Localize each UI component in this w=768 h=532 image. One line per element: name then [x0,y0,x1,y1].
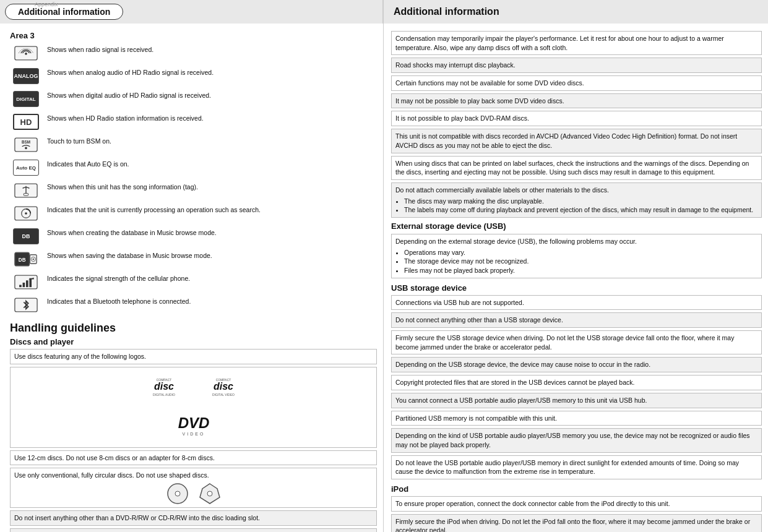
usb-title: USB storage device [391,283,762,293]
dvd-logo: DVD VIDEO [166,411,222,439]
usb-block-1: Do not connect anything other than a USB… [391,312,762,328]
svg-rect-18 [26,280,28,287]
bsm-icon: BSM [10,137,42,153]
radio-icon [10,45,42,61]
usb-block-8: Do not leave the USB portable audio play… [391,455,762,479]
svg-point-31 [207,491,212,496]
condensation-block: Condensation may temporarily impair the … [391,31,762,55]
ext-bullet-0: Operations may vary. [404,248,757,257]
analog-icon: ANALOG [10,68,42,84]
disc-bullet-list: The discs may warp making the disc unpla… [404,197,757,215]
db2-icon: DB [10,251,42,267]
avchd-block: This unit is not compatible with discs r… [391,129,762,153]
commercially-available-block: Do not attach commercially available lab… [391,182,762,218]
right-panel: Condensation may temporarily impair the … [384,24,768,532]
usb-block-0: Connections via USB hub are not supporte… [391,295,762,311]
right-header-title: Additional information [394,6,499,17]
svg-point-1 [25,53,27,55]
road-shocks-block: Road shocks may interrupt disc playback. [391,58,762,73]
icon-row-autoeq: Auto EQ Indicates that Auto EQ is on. [10,160,377,179]
disc-rule-0: Use 12-cm discs. Do not use 8-cm discs o… [10,450,377,466]
bluetooth-icon [10,297,42,313]
autoeq-icon: Auto EQ [10,160,42,176]
signal-desc: Indicates the signal strength of the cel… [47,274,377,283]
svg-text:disc: disc [153,381,173,392]
svg-text:DB: DB [19,257,26,263]
dvd-logo-area: DVD VIDEO [14,411,373,439]
svg-rect-16 [19,285,22,288]
svg-text:disc: disc [213,381,233,392]
icon-row-digital: DIGITAL Shows when digital audio of HD R… [10,91,377,111]
processing-icon [10,205,42,221]
disc-logos: COMPACT disc DIGITAL AUDIO COMPACT disc … [14,375,373,406]
autoeq-desc: Indicates that Auto EQ is on. [47,160,377,168]
tag-icon [10,182,42,199]
tag-desc: Shows when this unit has the song inform… [47,182,377,191]
usb-block-3: Depending on the USB storage device, the… [391,357,762,372]
svg-point-14 [32,259,34,260]
icon-row-tag: Shows when this unit has the song inform… [10,182,377,202]
shaped-disc-icon [199,483,221,505]
radio-desc: Shows when radio signal is received. [47,45,377,54]
disc-bullet-1: The labels may come off during playback … [404,205,757,215]
digital-box: DIGITAL [13,91,39,107]
handling-title: Handling guidelines [10,322,377,335]
svg-rect-17 [23,283,25,287]
bluetooth-desc: Indicates that a Bluetooth telephone is … [47,297,377,306]
ipod-block-1: Firmly secure the iPod when driving. Do … [391,514,762,532]
area3-title: Area 3 [10,31,377,40]
db2-desc: Shows when saving the database in Music … [47,251,377,260]
icon-row-db2: DB Shows when saving the database in Mus… [10,251,377,271]
play-back-dvd-block: It may not be possible to play back some… [391,93,762,109]
svg-point-4 [25,147,27,150]
left-panel: Area 3 Shows when radio signal is receiv… [0,24,384,532]
header-right: Additional information [384,0,768,24]
hd-icon: HD [10,114,42,130]
icon-row-radio: Shows when radio signal is received. [10,45,377,65]
disc-rule-2: Do not insert anything other than a DVD-… [10,510,377,526]
icon-row-bsm: BSM Touch to turn BSM on. [10,137,377,157]
icon-row-db: DB Shows when creating the database in M… [10,228,377,248]
digital-desc: Shows when digital audio of HD Radio sig… [47,91,377,100]
svg-point-30 [175,491,180,496]
svg-text:DIGITAL AUDIO: DIGITAL AUDIO [153,393,175,397]
ipod-block-0: To ensure proper operation, connect the … [391,496,762,512]
usb-block-2: Firmly secure the USB storage device whe… [391,330,762,354]
processing-desc: Indicates that the unit is currently pro… [47,205,377,214]
left-header-title: Additional information [5,4,123,20]
label-sur-block: When using discs that can be printed on … [391,156,762,180]
disc-bullet-0: The discs may warp making the disc unpla… [404,197,757,206]
ext-bullet-2: Files may not be played back properly. [404,266,757,275]
disc-intro-block: Use discs featuring any of the following… [10,349,377,364]
dvd-ram-block: It is not possible to play back DVD-RAM … [391,111,762,126]
disc-rule-3: Do not use cracked, chipped, warped, or … [10,528,377,532]
usb-block-5: You cannot connect a USB portable audio … [391,393,762,408]
compact-disc-logo: COMPACT disc DIGITAL AUDIO [139,375,189,406]
svg-text:BSM: BSM [22,140,30,144]
db-icon: DB [10,228,42,244]
svg-rect-6 [24,194,28,196]
svg-text:DIGITAL VIDEO: DIGITAL VIDEO [212,393,235,397]
usb-block-7: Depending on the kind of USB portable au… [391,428,762,452]
usb-block-6: Partitioned USB memory is not compatible… [391,411,762,426]
svg-text:DVD: DVD [178,414,209,431]
hd-box: HD [13,114,39,130]
disc-rule-1: Use only conventional, fully circular di… [10,468,377,508]
ipod-title: iPod [391,484,762,494]
icon-row-hd: HD Shows when HD Radio station informati… [10,114,377,134]
appendix-label: Appendix [35,1,58,7]
hd-desc: Shows when HD Radio station information … [47,114,377,122]
certain-functions-block: Certain functions may not be available f… [391,75,762,91]
icon-row-signal: Indicates the signal strength of the cel… [10,274,377,294]
autoeq-box: Auto EQ [13,160,39,176]
signal-icon [10,274,42,290]
good-disc-icon [166,483,189,505]
svg-rect-19 [29,278,32,287]
external-storage-bullet-list: Operations may vary. The storage device … [404,248,757,275]
main-content: Area 3 Shows when radio signal is receiv… [0,24,768,532]
external-storage-title: External storage device (USB) [391,221,762,231]
svg-point-9 [25,212,27,215]
analog-desc: Shows when analog audio of HD Radio sign… [47,68,377,77]
db-desc: Shows when creating the database in Musi… [47,228,377,237]
digital-icon: DIGITAL [10,91,42,107]
